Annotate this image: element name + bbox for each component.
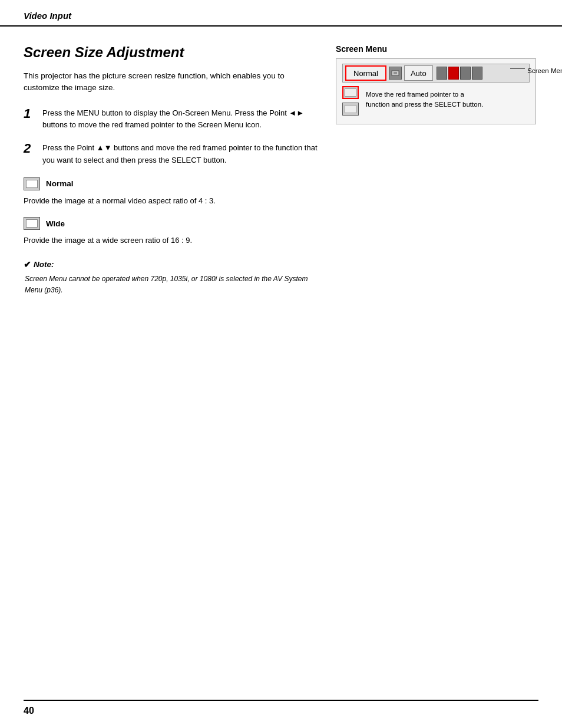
page-footer: 40	[24, 700, 538, 716]
menu-small-icon-1	[437, 67, 447, 80]
note-title: ✔ Note:	[24, 259, 318, 270]
menu-small-icon-3	[460, 67, 471, 80]
step-1-text: Press the MENU button to display the On-…	[42, 107, 318, 132]
step-1-number: 1	[24, 106, 37, 121]
note-text: Screen Menu cannot be operated when 720p…	[25, 274, 318, 296]
screen-menu-icon-label: Screen Menu icon	[527, 67, 562, 74]
normal-label: Normal	[46, 179, 74, 188]
wide-label: Wide	[46, 219, 65, 228]
side-icon-2	[342, 103, 359, 116]
note-label: Note:	[34, 260, 54, 269]
step-1: 1 Press the MENU button to display the O…	[24, 107, 318, 132]
note-block: ✔ Note: Screen Menu cannot be operated w…	[24, 259, 318, 296]
side-icons-area: Move the red framed pointer to a functio…	[342, 86, 530, 116]
menu-small-icons	[437, 67, 482, 80]
auto-menu-label: Auto	[411, 69, 427, 78]
normal-description: Provide the image at a normal video aspe…	[24, 195, 318, 207]
side-icons-column	[342, 86, 359, 116]
section-title: Screen Size Adjustment	[24, 44, 318, 61]
page-header: Video Input	[0, 0, 562, 27]
screen-menu-diagram: Normal Auto Screen Menu icon	[336, 58, 536, 124]
left-column: Screen Size Adjustment This projector ha…	[24, 44, 330, 296]
menu-icon-1	[389, 67, 402, 80]
wide-feature-header: Wide	[24, 217, 318, 230]
menu-normal-button: Normal	[345, 65, 386, 81]
right-column: Screen Menu Normal Auto	[330, 44, 538, 296]
page-number: 40	[24, 706, 34, 716]
side-icon-selected	[342, 86, 359, 99]
intro-text: This projector has the picture screen re…	[24, 70, 318, 94]
screen-menu-title: Screen Menu	[336, 44, 538, 54]
menu-small-icon-2	[448, 67, 459, 80]
svg-rect-0	[392, 71, 399, 75]
step-2: 2 Press the Point ▲▼ buttons and move th…	[24, 142, 318, 167]
menu-small-icon-4	[472, 67, 482, 80]
normal-menu-label: Normal	[353, 69, 378, 78]
checkmark-icon: ✔	[24, 259, 31, 270]
move-description: Move the red framed pointer to a functio…	[366, 90, 484, 110]
normal-icon	[24, 177, 40, 190]
wide-description: Provide the image at a wide screen ratio…	[24, 235, 318, 246]
step-2-text: Press the Point ▲▼ buttons and move the …	[42, 142, 318, 167]
normal-feature-header: Normal	[24, 177, 318, 190]
header-title: Video Input	[24, 11, 71, 21]
menu-auto-button: Auto	[404, 65, 433, 81]
wide-icon	[24, 217, 40, 230]
step-2-number: 2	[24, 141, 37, 156]
page-content: Screen Size Adjustment This projector ha…	[0, 27, 562, 331]
